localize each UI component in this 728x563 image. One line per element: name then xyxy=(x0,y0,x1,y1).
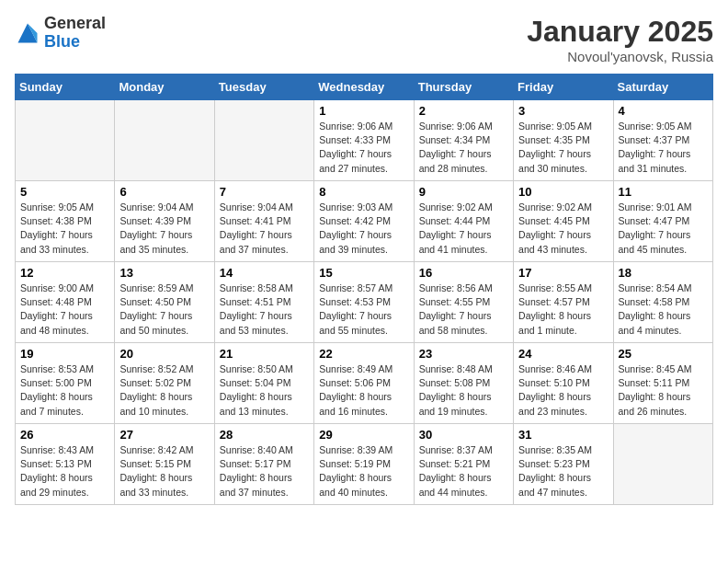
title-block: January 2025 Novoul'yanovsk, Russia xyxy=(527,15,713,64)
location: Novoul'yanovsk, Russia xyxy=(527,49,713,64)
day-number: 18 xyxy=(619,266,708,280)
calendar-cell: 18Sunrise: 8:54 AM Sunset: 4:58 PM Dayli… xyxy=(613,262,712,343)
calendar-cell: 1Sunrise: 9:06 AM Sunset: 4:33 PM Daylig… xyxy=(314,100,414,181)
day-number: 3 xyxy=(518,104,608,118)
day-info: Sunrise: 9:04 AM Sunset: 4:41 PM Dayligh… xyxy=(220,201,309,257)
weekday-header: Thursday xyxy=(414,75,513,100)
day-info: Sunrise: 8:35 AM Sunset: 5:23 PM Dayligh… xyxy=(518,443,608,500)
day-number: 2 xyxy=(419,104,508,118)
calendar-cell: 6Sunrise: 9:04 AM Sunset: 4:39 PM Daylig… xyxy=(115,181,214,262)
weekday-header: Sunday xyxy=(16,75,115,100)
week-row: 5Sunrise: 9:05 AM Sunset: 4:38 PM Daylig… xyxy=(16,181,713,262)
day-info: Sunrise: 8:58 AM Sunset: 4:51 PM Dayligh… xyxy=(220,282,309,338)
day-number: 19 xyxy=(20,347,109,361)
calendar-cell: 28Sunrise: 8:40 AM Sunset: 5:17 PM Dayli… xyxy=(214,424,313,505)
logo-icon xyxy=(15,20,40,46)
day-info: Sunrise: 8:43 AM Sunset: 5:13 PM Dayligh… xyxy=(20,443,109,500)
calendar-cell: 25Sunrise: 8:45 AM Sunset: 5:11 PM Dayli… xyxy=(613,343,712,424)
day-number: 27 xyxy=(119,428,209,442)
day-number: 26 xyxy=(20,428,109,442)
day-number: 13 xyxy=(119,266,209,280)
day-info: Sunrise: 9:05 AM Sunset: 4:38 PM Dayligh… xyxy=(20,201,109,257)
day-info: Sunrise: 9:05 AM Sunset: 4:35 PM Dayligh… xyxy=(518,120,608,176)
day-info: Sunrise: 9:01 AM Sunset: 4:47 PM Dayligh… xyxy=(619,201,708,257)
calendar-cell: 13Sunrise: 8:59 AM Sunset: 4:50 PM Dayli… xyxy=(115,262,214,343)
calendar-cell: 17Sunrise: 8:55 AM Sunset: 4:57 PM Dayli… xyxy=(514,262,613,343)
weekday-header: Wednesday xyxy=(314,75,414,100)
day-number: 15 xyxy=(319,266,408,280)
calendar-cell: 8Sunrise: 9:03 AM Sunset: 4:42 PM Daylig… xyxy=(314,181,414,262)
calendar-cell: 14Sunrise: 8:58 AM Sunset: 4:51 PM Dayli… xyxy=(214,262,313,343)
calendar-cell: 7Sunrise: 9:04 AM Sunset: 4:41 PM Daylig… xyxy=(214,181,313,262)
day-number: 17 xyxy=(518,266,608,280)
calendar-cell: 27Sunrise: 8:42 AM Sunset: 5:15 PM Dayli… xyxy=(115,424,214,505)
calendar-cell xyxy=(613,424,712,505)
calendar-cell: 3Sunrise: 9:05 AM Sunset: 4:35 PM Daylig… xyxy=(514,100,613,181)
day-info: Sunrise: 8:49 AM Sunset: 5:06 PM Dayligh… xyxy=(319,362,408,419)
day-info: Sunrise: 9:00 AM Sunset: 4:48 PM Dayligh… xyxy=(20,282,109,338)
day-number: 11 xyxy=(619,185,708,199)
calendar-cell: 19Sunrise: 8:53 AM Sunset: 5:00 PM Dayli… xyxy=(16,343,115,424)
calendar-cell xyxy=(214,100,313,181)
day-number: 23 xyxy=(419,347,508,361)
day-number: 24 xyxy=(518,347,608,361)
day-number: 10 xyxy=(518,185,608,199)
week-row: 1Sunrise: 9:06 AM Sunset: 4:33 PM Daylig… xyxy=(16,100,713,181)
day-info: Sunrise: 8:39 AM Sunset: 5:19 PM Dayligh… xyxy=(319,443,408,500)
week-row: 26Sunrise: 8:43 AM Sunset: 5:13 PM Dayli… xyxy=(16,424,713,505)
calendar-cell xyxy=(16,100,115,181)
calendar-cell: 22Sunrise: 8:49 AM Sunset: 5:06 PM Dayli… xyxy=(314,343,414,424)
day-number: 1 xyxy=(319,104,408,118)
day-info: Sunrise: 8:50 AM Sunset: 5:04 PM Dayligh… xyxy=(220,362,309,419)
day-info: Sunrise: 8:55 AM Sunset: 4:57 PM Dayligh… xyxy=(518,282,608,338)
day-info: Sunrise: 8:37 AM Sunset: 5:21 PM Dayligh… xyxy=(419,443,508,500)
calendar-cell: 12Sunrise: 9:00 AM Sunset: 4:48 PM Dayli… xyxy=(16,262,115,343)
day-info: Sunrise: 8:56 AM Sunset: 4:55 PM Dayligh… xyxy=(419,282,508,338)
day-number: 25 xyxy=(619,347,708,361)
day-number: 6 xyxy=(119,185,209,199)
calendar-cell: 26Sunrise: 8:43 AM Sunset: 5:13 PM Dayli… xyxy=(16,424,115,505)
calendar-cell: 23Sunrise: 8:48 AM Sunset: 5:08 PM Dayli… xyxy=(414,343,513,424)
day-number: 29 xyxy=(319,428,408,442)
day-info: Sunrise: 8:42 AM Sunset: 5:15 PM Dayligh… xyxy=(119,443,209,500)
day-number: 20 xyxy=(119,347,209,361)
day-info: Sunrise: 8:46 AM Sunset: 5:10 PM Dayligh… xyxy=(518,362,608,419)
day-number: 31 xyxy=(518,428,608,442)
weekday-header: Monday xyxy=(115,75,214,100)
calendar-cell: 15Sunrise: 8:57 AM Sunset: 4:53 PM Dayli… xyxy=(314,262,414,343)
calendar-table: SundayMondayTuesdayWednesdayThursdayFrid… xyxy=(15,74,713,505)
calendar-cell: 31Sunrise: 8:35 AM Sunset: 5:23 PM Dayli… xyxy=(514,424,613,505)
calendar-cell xyxy=(115,100,214,181)
page-header: General Blue January 2025 Novoul'yanovsk… xyxy=(15,15,713,64)
day-number: 22 xyxy=(319,347,408,361)
calendar-cell: 20Sunrise: 8:52 AM Sunset: 5:02 PM Dayli… xyxy=(115,343,214,424)
calendar-cell: 5Sunrise: 9:05 AM Sunset: 4:38 PM Daylig… xyxy=(16,181,115,262)
day-number: 7 xyxy=(220,185,309,199)
weekday-header: Tuesday xyxy=(214,75,313,100)
day-number: 16 xyxy=(419,266,508,280)
logo-general: General xyxy=(44,15,106,33)
day-info: Sunrise: 8:57 AM Sunset: 4:53 PM Dayligh… xyxy=(319,282,408,338)
day-info: Sunrise: 8:45 AM Sunset: 5:11 PM Dayligh… xyxy=(619,362,708,419)
day-number: 5 xyxy=(20,185,109,199)
day-info: Sunrise: 8:53 AM Sunset: 5:00 PM Dayligh… xyxy=(20,362,109,419)
weekday-header: Friday xyxy=(514,75,613,100)
weekday-header: Saturday xyxy=(613,75,712,100)
day-info: Sunrise: 9:02 AM Sunset: 4:45 PM Dayligh… xyxy=(518,201,608,257)
calendar-cell: 4Sunrise: 9:05 AM Sunset: 4:37 PM Daylig… xyxy=(613,100,712,181)
day-info: Sunrise: 8:54 AM Sunset: 4:58 PM Dayligh… xyxy=(619,282,708,338)
calendar-cell: 21Sunrise: 8:50 AM Sunset: 5:04 PM Dayli… xyxy=(214,343,313,424)
day-number: 21 xyxy=(220,347,309,361)
day-number: 28 xyxy=(220,428,309,442)
day-info: Sunrise: 8:59 AM Sunset: 4:50 PM Dayligh… xyxy=(119,282,209,338)
day-info: Sunrise: 9:03 AM Sunset: 4:42 PM Dayligh… xyxy=(319,201,408,257)
calendar-cell: 29Sunrise: 8:39 AM Sunset: 5:19 PM Dayli… xyxy=(314,424,414,505)
day-info: Sunrise: 9:04 AM Sunset: 4:39 PM Dayligh… xyxy=(119,201,209,257)
calendar-cell: 30Sunrise: 8:37 AM Sunset: 5:21 PM Dayli… xyxy=(414,424,513,505)
day-info: Sunrise: 9:06 AM Sunset: 4:33 PM Dayligh… xyxy=(319,120,408,176)
calendar-cell: 9Sunrise: 9:02 AM Sunset: 4:44 PM Daylig… xyxy=(414,181,513,262)
calendar-cell: 24Sunrise: 8:46 AM Sunset: 5:10 PM Dayli… xyxy=(514,343,613,424)
calendar-cell: 11Sunrise: 9:01 AM Sunset: 4:47 PM Dayli… xyxy=(613,181,712,262)
day-number: 4 xyxy=(619,104,708,118)
calendar-cell: 2Sunrise: 9:06 AM Sunset: 4:34 PM Daylig… xyxy=(414,100,513,181)
